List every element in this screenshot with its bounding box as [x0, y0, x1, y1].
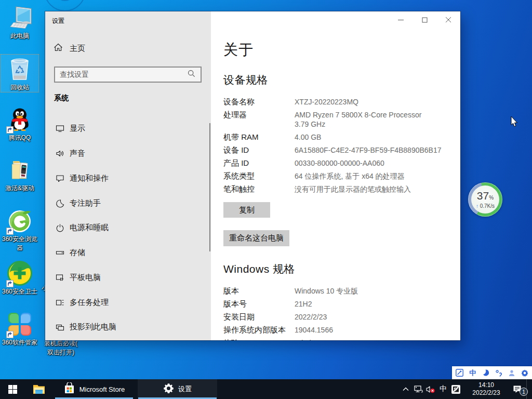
desktop-icon-label: 此电脑 [0, 32, 39, 41]
home-icon [54, 43, 62, 54]
spec-key: 处理器 [223, 110, 295, 129]
sidebar-scrollbar[interactable] [209, 123, 210, 251]
storage-icon [56, 248, 64, 257]
desktop-icon-360-browser[interactable]: 360安全浏览器 [0, 208, 39, 252]
taskbar-clock[interactable]: 14:10 2022/2/23 [469, 381, 503, 397]
tray-ime-square-icon[interactable] [449, 379, 462, 399]
clock-date: 2022/2/23 [469, 389, 503, 397]
windows-spec-title: Windows 规格 [223, 262, 295, 276]
spec-key: 版本号 [223, 299, 295, 309]
ime-halfmoon-icon[interactable] [482, 369, 489, 377]
windows-spec-list: 版本 Windows 10 专业版 版本号 21H2 安装日期 2022/2/2… [223, 286, 448, 340]
desktop-icon-label: 360安全卫士 [0, 287, 39, 296]
projecting-icon [56, 323, 64, 331]
settings-search-input[interactable]: 查找设置 [54, 66, 202, 83]
sidebar-item-multitasking[interactable]: 多任务处理 [45, 290, 211, 315]
sidebar-item-label: 存储 [70, 248, 85, 258]
maximize-button[interactable] [413, 11, 436, 28]
sidebar-item-display[interactable]: 显示 [45, 116, 211, 141]
sidebar-item-storage[interactable]: 存储 [45, 241, 211, 265]
ime-settings-gear-icon[interactable] [521, 369, 529, 377]
action-center-button[interactable]: 1 [508, 379, 526, 399]
taskbar: Microsoft Store 设置 [0, 379, 532, 399]
shortcut-arrow-icon [6, 331, 14, 338]
sidebar-section-title: 系统 [54, 94, 69, 103]
sidebar-item-label: 平板电脑 [70, 273, 101, 283]
start-button[interactable] [0, 379, 25, 399]
settings-sidebar: 设置 主页 查找设置 系统 显示 [45, 11, 211, 340]
ime-toolbar[interactable]: 中 [452, 366, 532, 379]
sidebar-item-tablet[interactable]: 平板电脑 [45, 265, 211, 290]
sidebar-item-focus-assist[interactable]: 专注助手 [45, 191, 211, 216]
desktop-icon-recycle-bin[interactable]: 回收站 [0, 57, 39, 92]
sidebar-item-notifications[interactable]: 通知和操作 [45, 166, 211, 191]
sidebar-item-label: 投影到此电脑 [70, 322, 116, 332]
sidebar-item-home[interactable]: 主页 [54, 43, 85, 54]
tray-chevron-up-icon[interactable] [400, 379, 412, 399]
system-tray: 中 14:10 2022/2/23 1 [400, 379, 532, 399]
desktop-icon-360-safeguard[interactable]: 360安全卫士 [0, 261, 39, 296]
shortcut-arrow-icon [6, 228, 14, 235]
file-explorer-button[interactable] [26, 379, 51, 399]
settings-window: 设置 主页 查找设置 系统 显示 [45, 11, 460, 340]
power-icon [56, 223, 64, 232]
spec-value: 6A15880F-C4E2-47F9-BF59-F4B8890B6B17 [295, 145, 448, 155]
ime-punctuation-icon[interactable] [495, 369, 503, 377]
ime-user-icon[interactable] [508, 369, 516, 377]
sidebar-item-label: 显示 [70, 124, 85, 134]
sidebar-nav: 显示 声音 通知和操作 专注助手 [45, 116, 211, 340]
spec-key: 机带 RAM [223, 132, 295, 142]
memory-percent: 37 [477, 190, 489, 202]
desktop-icon-360-software-manager[interactable]: 360软件管家 [0, 312, 39, 347]
spec-value: 00330-80000-00000-AA060 [295, 158, 448, 168]
spec-value: Windows 10 专业版 [295, 286, 448, 296]
wallpaper-ring-large [44, 0, 86, 11]
tray-ime-mode[interactable]: 中 [437, 379, 449, 399]
display-icon [56, 124, 64, 133]
mouse-cursor [511, 116, 518, 129]
multitasking-icon [56, 298, 64, 307]
sidebar-item-projecting[interactable]: 投影到此电脑 [45, 315, 211, 340]
desktop-icon-activation-drivers[interactable]: 激活&驱动 [0, 157, 39, 193]
search-icon[interactable] [188, 70, 195, 79]
sidebar-item-label: 通知和操作 [70, 174, 109, 183]
percent-sign: % [489, 195, 494, 201]
microsoft-store-icon [63, 382, 75, 396]
tray-network-icon[interactable] [412, 379, 424, 399]
notifications-icon [56, 174, 64, 183]
spec-value: 2022/2/23 [295, 312, 448, 322]
spec-key: 系统类型 [223, 171, 295, 181]
desktop-icon-label-readme[interactable]: 装机后必读(双击打开) [42, 339, 79, 356]
rename-pc-button[interactable]: 重命名这台电脑 [223, 230, 289, 246]
spec-key: 体验 [223, 338, 295, 340]
focus-assist-icon [56, 199, 64, 208]
shortcut-arrow-icon [6, 280, 14, 287]
spec-key: 版本 [223, 286, 295, 296]
settings-gear-icon [163, 383, 174, 396]
desktop-icon-tencent-qq[interactable]: 腾讯QQ [0, 107, 39, 142]
ime-mode-chinese[interactable]: 中 [469, 369, 476, 377]
desktop-icon-this-pc[interactable]: 此电脑 [0, 5, 39, 41]
tablet-icon [56, 273, 64, 282]
speed-ball-widget[interactable]: 37% ↑ 0.7K/s [468, 182, 502, 217]
sidebar-item-power-sleep[interactable]: 电源和睡眠 [45, 216, 211, 241]
sidebar-home-label: 主页 [70, 44, 85, 54]
tray-volume-muted-icon[interactable] [424, 379, 437, 399]
desktop-icon-label: 360安全浏览器 [0, 235, 39, 252]
ime-logo-icon[interactable] [456, 369, 463, 377]
page-title: 关于 [223, 40, 254, 60]
spec-key: 安装日期 [223, 312, 295, 322]
speed-ball-inner: 37% ↑ 0.7K/s [471, 185, 499, 214]
spec-value: 19044.1566 [295, 325, 448, 335]
minimize-button[interactable] [389, 11, 413, 28]
taskbar-settings[interactable]: 设置 [138, 379, 217, 399]
spec-value: Windows [295, 338, 448, 340]
copy-button[interactable]: 复制 [223, 202, 270, 218]
window-title: 设置 [52, 17, 64, 25]
spec-value: 21H2 [295, 299, 448, 309]
taskbar-microsoft-store[interactable]: Microsoft Store [55, 379, 134, 399]
desktop-icon-label: 激活&驱动 [0, 184, 39, 193]
sidebar-item-sound[interactable]: 声音 [45, 141, 211, 166]
close-button[interactable] [436, 11, 460, 28]
sidebar-item-label: 声音 [70, 149, 85, 158]
